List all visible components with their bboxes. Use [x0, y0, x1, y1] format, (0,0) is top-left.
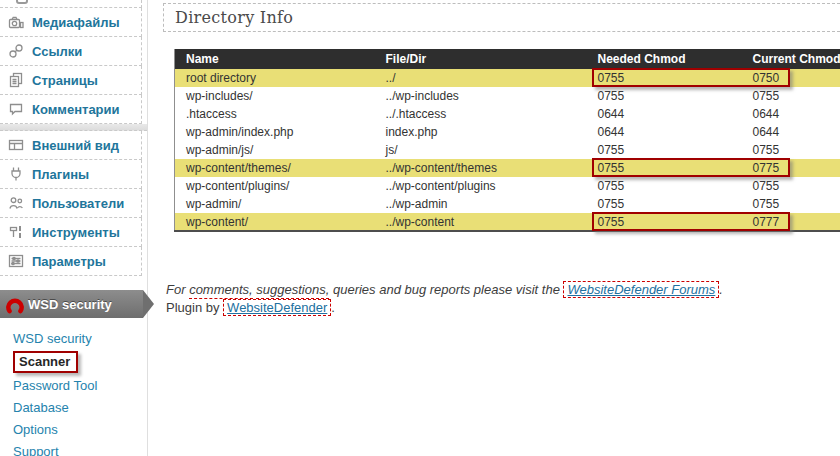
- footer-text: For: [166, 282, 189, 297]
- pages-icon: [8, 72, 24, 88]
- cell-name: .htaccess: [175, 105, 375, 123]
- websitedefender-forums-link[interactable]: WebsiteDefender Forums: [563, 281, 719, 298]
- directory-info-table-wrap: NameFile/DirNeeded ChmodCurrent Chmod ro…: [174, 49, 840, 232]
- sidebar-item-settings[interactable]: Параметры: [0, 247, 142, 276]
- sidebar-item-comments[interactable]: Комментарии: [0, 95, 142, 124]
- sidebar-item-label: Параметры: [32, 254, 106, 269]
- cell-needed-chmod: 0644: [587, 123, 742, 141]
- table-header-row: NameFile/DirNeeded ChmodCurrent Chmod: [175, 49, 840, 69]
- column-header: Current Chmod: [742, 49, 840, 69]
- cell-needed-chmod: 0755: [587, 195, 742, 213]
- sidebar-item-label: Инструменты: [32, 225, 120, 240]
- footer-line-2-prefix: Plugin by: [166, 300, 223, 315]
- menu-group-separator: [0, 124, 147, 131]
- cell-file-dir: ../wp-content/plugins: [375, 177, 587, 195]
- submenu-item-options: Options: [13, 419, 147, 441]
- sidebar-item-label: Ссылки: [32, 44, 82, 59]
- users-icon: [8, 195, 24, 211]
- footer-line-1-suffix: .: [719, 282, 723, 297]
- cell-file-dir: index.php: [375, 123, 587, 141]
- cell-current-chmod: 0775: [742, 159, 840, 177]
- settings-icon: [8, 253, 24, 269]
- plugins-icon: [8, 166, 24, 182]
- cell-current-chmod: 0750: [742, 69, 840, 87]
- wsd-security-logo-icon: [4, 295, 26, 314]
- cell-name: wp-content/plugins/: [175, 177, 375, 195]
- cell-needed-chmod: 0755: [587, 159, 742, 177]
- cell-file-dir: ../wp-content: [375, 213, 587, 231]
- table-row: wp-includes/ ../wp-includes 0755 0755: [175, 87, 840, 105]
- cell-needed-chmod: 0755: [587, 141, 742, 159]
- sidebar-item-plugins[interactable]: Плагины: [0, 160, 142, 189]
- cell-file-dir: ../wp-includes: [375, 87, 587, 105]
- footer-line-2: Plugin by WebsiteDefender.: [166, 300, 840, 315]
- footer-line-2-suffix: .: [331, 300, 335, 315]
- sidebar-item-label: Пользователи: [32, 196, 124, 211]
- wsd-submenu: WSD securityScannerPassword ToolDatabase…: [0, 328, 147, 456]
- cell-current-chmod: 0755: [742, 87, 840, 105]
- submenu-link-password-tool[interactable]: Password Tool: [13, 378, 97, 393]
- wordpress-admin-screen: Медиафайлы Ссылки Страницы Комментарии В…: [0, 0, 840, 456]
- sidebar-item-appearance[interactable]: Внешний вид: [0, 131, 142, 160]
- appearance-icon: [8, 137, 24, 153]
- websitedefender-link[interactable]: WebsiteDefender: [223, 299, 331, 316]
- submenu-item-support: Support: [13, 441, 147, 456]
- plugin-footer: For comments, suggestions, queries and b…: [166, 282, 840, 315]
- table-row: wp-content/plugins/ ../wp-content/plugin…: [175, 177, 840, 195]
- cell-current-chmod: 0755: [742, 177, 840, 195]
- wsd-header-label: WSD security: [28, 297, 112, 312]
- submenu-item-wsd-security: WSD security: [13, 328, 147, 350]
- directory-info-header: Directory Info: [163, 3, 840, 32]
- spellcheck-marked-word: comments,: [189, 282, 253, 299]
- page-title: Directory Info: [175, 8, 293, 27]
- cell-needed-chmod: 0755: [587, 177, 742, 195]
- sidebar-item-media[interactable]: Медиафайлы: [0, 8, 142, 37]
- sidebar-item-users[interactable]: Пользователи: [0, 189, 142, 218]
- submenu-link-support[interactable]: Support: [13, 444, 59, 456]
- truncated-icon: [16, 0, 28, 4]
- sidebar-item-label: Комментарии: [32, 102, 120, 117]
- sidebar-item-label: Медиафайлы: [32, 15, 120, 30]
- comments-icon: [8, 101, 24, 117]
- sidebar-item-tools[interactable]: Инструменты: [0, 218, 142, 247]
- cell-file-dir: js/: [375, 141, 587, 159]
- submenu-link-wsd-security[interactable]: WSD security: [13, 331, 92, 346]
- table-row: wp-admin/js/ js/ 0755 0755: [175, 141, 840, 159]
- sidebar-item-label: Страницы: [32, 73, 98, 88]
- main-content: Directory Info NameFile/DirNeeded ChmodC…: [148, 0, 840, 456]
- table-row: root directory ../ 0755 0750: [175, 69, 840, 87]
- sidebar-item-links[interactable]: Ссылки: [0, 37, 142, 66]
- cell-name: wp-admin/js/: [175, 141, 375, 159]
- media-icon: [8, 14, 24, 30]
- cell-name: wp-admin/: [175, 195, 375, 213]
- table-row: wp-content/ ../wp-content 0755 0777: [175, 213, 840, 231]
- admin-sidebar: Медиафайлы Ссылки Страницы Комментарии В…: [0, 0, 148, 456]
- column-header: File/Dir: [375, 49, 587, 69]
- footer-text: queries and bug reports please visit the: [329, 282, 563, 297]
- spellcheck-marked-word: suggestions,: [256, 282, 329, 299]
- admin-menu: Медиафайлы Ссылки Страницы Комментарии В…: [0, 8, 147, 276]
- column-header: Needed Chmod: [587, 49, 742, 69]
- cell-name: wp-content/themes/: [175, 159, 375, 177]
- cell-needed-chmod: 0755: [587, 87, 742, 105]
- cell-current-chmod: 0755: [742, 141, 840, 159]
- sidebar-item-pages[interactable]: Страницы: [0, 66, 142, 95]
- active-submenu-annotation-box[interactable]: Scanner: [13, 351, 78, 373]
- cell-current-chmod: 0755: [742, 195, 840, 213]
- links-icon: [8, 43, 24, 59]
- table-row: wp-admin/index.php index.php 0644 0644: [175, 123, 840, 141]
- table-row: wp-content/themes/ ../wp-content/themes …: [175, 159, 840, 177]
- sidebar-item-label: Плагины: [32, 167, 89, 182]
- cell-needed-chmod: 0644: [587, 105, 742, 123]
- sidebar-item-wsd-security-header[interactable]: WSD security: [0, 290, 143, 318]
- tools-icon: [8, 224, 24, 240]
- submenu-link-options[interactable]: Options: [13, 422, 58, 437]
- table-row: .htaccess ../.htaccess 0644 0644: [175, 105, 840, 123]
- submenu-item-password-tool: Password Tool: [13, 375, 147, 397]
- cell-file-dir: ../.htaccess: [375, 105, 587, 123]
- cell-current-chmod: 0644: [742, 123, 840, 141]
- column-header: Name: [175, 49, 375, 69]
- submenu-link-database[interactable]: Database: [13, 400, 69, 415]
- submenu-item-database: Database: [13, 397, 147, 419]
- cell-current-chmod: 0644: [742, 105, 840, 123]
